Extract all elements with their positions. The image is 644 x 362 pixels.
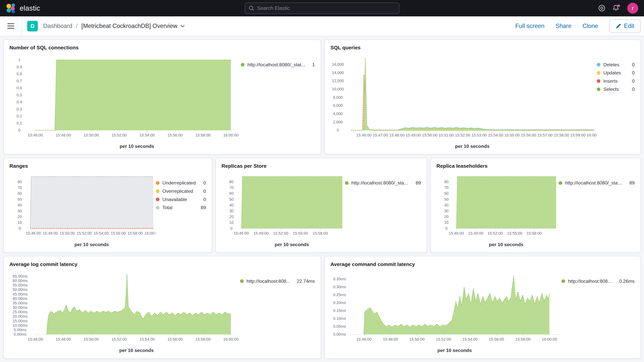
svg-text:80: 80	[444, 180, 448, 184]
svg-text:1: 1	[18, 58, 20, 62]
chart-canvas[interactable]: 65.00ms60.00ms55.00ms50.00ms45.00ms40.00…	[10, 270, 240, 355]
legend-dot-icon	[597, 71, 600, 75]
svg-text:0.05ms: 0.05ms	[333, 324, 346, 328]
legend-item[interactable]: Deletes0	[597, 61, 634, 68]
kibana-app: elastic r	[0, 0, 644, 362]
svg-text:15:58:00: 15:58:00	[515, 337, 530, 341]
svg-text:15:53:00: 15:53:00	[472, 133, 487, 137]
svg-text:0: 0	[230, 226, 232, 230]
svg-text:55.00ms: 55.00ms	[12, 283, 28, 287]
panel-title[interactable]: Replicas per Store	[222, 163, 421, 170]
panel-title[interactable]: Ranges	[10, 163, 206, 170]
full-screen-button[interactable]: Full screen	[516, 22, 544, 30]
chart-canvas[interactable]: 8070605040302010015:46:0015:49:0015:52:0…	[436, 171, 558, 249]
svg-text:15:56:00: 15:56:00	[167, 133, 182, 137]
svg-text:80: 80	[18, 180, 22, 184]
elastic-home-link[interactable]: elastic	[6, 3, 40, 13]
svg-text:20: 20	[444, 214, 448, 219]
legend-item[interactable]: http://localhost:808...22.74ms	[240, 278, 315, 285]
pencil-icon	[616, 24, 621, 29]
chart-canvas[interactable]: 8070605040302010015:46:0015:48:0015:50:0…	[10, 171, 156, 249]
legend-item[interactable]: Inserts0	[597, 78, 634, 84]
chart-canvas[interactable]: 0.35ms0.30ms0.25ms0.20ms0.15ms0.10ms0.05…	[330, 270, 562, 355]
chevron-down-icon	[180, 25, 185, 28]
legend-item[interactable]: http://localhost:8080/_sta...89	[558, 180, 634, 186]
legend-item[interactable]: http://localhost:8080/_sta...89	[345, 180, 421, 186]
svg-text:60.00ms: 60.00ms	[12, 278, 28, 283]
menu-hamburger-icon[interactable]	[6, 22, 16, 31]
legend-item[interactable]: Total89	[156, 204, 206, 211]
panel-sql-connections: Number of SQL connections 10.90.80.70.60…	[3, 40, 321, 154]
chart-ranges[interactable]: 8070605040302010015:46:0015:48:0015:50:0…	[10, 171, 156, 249]
global-search[interactable]	[245, 2, 399, 14]
chart-replicas-per-store[interactable]: 8070605040302010015:46:0015:49:0015:52:0…	[222, 171, 345, 249]
legend-item[interactable]: Overreplicated0	[156, 188, 206, 195]
legend-dot-icon	[156, 181, 160, 185]
chart-canvas[interactable]: 8070605040302010015:46:0015:49:0015:52:0…	[222, 171, 345, 249]
edit-button[interactable]: Edit	[609, 20, 641, 32]
svg-text:30.00ms: 30.00ms	[12, 305, 28, 310]
svg-text:15:48:00: 15:48:00	[56, 133, 71, 137]
legend-item[interactable]: Unavailable0	[156, 196, 206, 203]
panel-replicas-per-store: Replicas per Store 8070605040302010015:4…	[215, 158, 427, 253]
share-button[interactable]: Share	[556, 22, 571, 30]
legend-label: http://localhost:808...	[246, 278, 290, 284]
dashboard-row-3: Average log commit latency 65.00ms60.00m…	[3, 256, 641, 359]
legend-item[interactable]: Underreplicated0	[156, 180, 206, 186]
svg-text:15:50:00: 15:50:00	[60, 231, 75, 235]
chart-legend: http://localhost:8080/_sta...89	[558, 171, 634, 249]
svg-text:0.4: 0.4	[16, 100, 22, 104]
search-input[interactable]	[257, 5, 395, 11]
svg-text:2,000: 2,000	[333, 120, 343, 124]
panel-title[interactable]: SQL queries	[330, 45, 635, 52]
svg-text:0.3: 0.3	[16, 107, 22, 111]
chart-canvas[interactable]: 16,00014,00012,00010,0008,0006,0004,0002…	[330, 53, 597, 151]
panel-title[interactable]: Average log commit latency	[10, 262, 315, 269]
legend-value: 0	[200, 188, 206, 194]
svg-text:50.00ms: 50.00ms	[12, 288, 28, 292]
chart-log-commit-latency[interactable]: 65.00ms60.00ms55.00ms50.00ms45.00ms40.00…	[10, 270, 240, 355]
svg-text:15:55:00: 15:55:00	[507, 231, 522, 235]
global-header: elastic r	[0, 0, 644, 16]
alerts-bell-icon[interactable]	[612, 4, 620, 12]
legend-value: 1	[309, 62, 315, 68]
legend-value: 0	[200, 197, 206, 202]
legend-dot-icon	[597, 63, 600, 66]
legend-item[interactable]: Updates0	[597, 70, 634, 76]
legend-item[interactable]: Selects0	[597, 86, 634, 93]
chart-replica-leaseholders[interactable]: 8070605040302010015:46:0015:49:0015:52:0…	[436, 171, 558, 249]
svg-text:15:49:00: 15:49:00	[253, 231, 268, 235]
legend-dot-icon	[156, 189, 160, 193]
svg-text:15:56:00: 15:56:00	[167, 337, 182, 341]
svg-text:15:58:00: 15:58:00	[128, 231, 143, 235]
panel-title[interactable]: Number of SQL connections	[10, 45, 315, 52]
svg-text:0.00ms: 0.00ms	[14, 332, 26, 336]
panel-title[interactable]: Average command commit latency	[330, 262, 635, 269]
svg-text:15:46:00: 15:46:00	[356, 133, 372, 137]
chart-command-commit-latency[interactable]: 0.35ms0.30ms0.25ms0.20ms0.15ms0.10ms0.05…	[330, 270, 562, 355]
svg-text:15:58:00: 15:58:00	[312, 231, 328, 235]
panel-title[interactable]: Replica leaseholders	[436, 163, 635, 170]
svg-text:15:55:00: 15:55:00	[504, 133, 520, 137]
panel-ranges: Ranges 8070605040302010015:46:0015:48:00…	[3, 158, 212, 253]
legend-value: 0	[200, 180, 206, 186]
svg-text:15:59:00: 15:59:00	[570, 133, 586, 137]
svg-text:15:46:00: 15:46:00	[28, 133, 43, 137]
toolbar-actions: Full screen Share Clone Edit	[516, 20, 644, 32]
chart-sql-queries[interactable]: 16,00014,00012,00010,0008,0006,0004,0002…	[330, 53, 597, 151]
svg-text:15.00ms: 15.00ms	[12, 319, 28, 323]
chart-legend: http://localhost:808...22.74ms	[240, 270, 315, 355]
user-avatar[interactable]: r	[627, 3, 638, 14]
svg-text:per 10 seconds: per 10 seconds	[437, 348, 472, 353]
legend-item[interactable]: http://localhost:8080/_stat...1	[241, 61, 315, 68]
breadcrumb-current[interactable]: [Metricbeat CockroachDB] Overview	[81, 22, 185, 30]
legend-label: Total	[162, 205, 172, 210]
svg-text:0: 0	[18, 128, 20, 132]
clone-button[interactable]: Clone	[582, 22, 598, 30]
edit-button-label: Edit	[624, 22, 634, 30]
legend-item[interactable]: http://localhost:8080...0.26ms	[562, 278, 634, 285]
breadcrumb-dashboard-link[interactable]: Dashboard	[43, 22, 72, 30]
chart-sql-connections[interactable]: 10.90.80.70.60.50.40.30.20.1015:46:0015:…	[10, 53, 241, 151]
help-icon[interactable]	[598, 4, 606, 12]
chart-canvas[interactable]: 10.90.80.70.60.50.40.30.20.1015:46:0015:…	[10, 53, 241, 151]
